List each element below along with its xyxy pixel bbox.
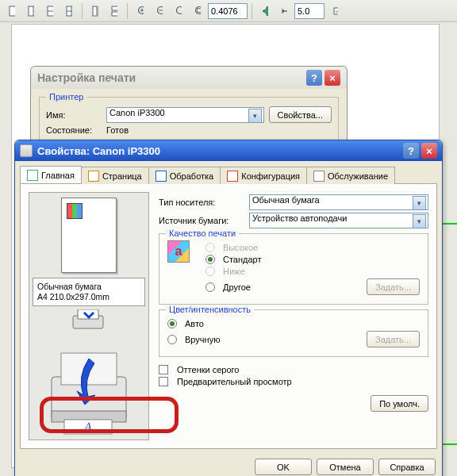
preview-label: Предварительный просмотр [177,377,292,386]
dimension-icon[interactable] [275,2,293,20]
close-button-icon[interactable]: × [421,143,437,159]
paper-source-combo[interactable]: Устройство автоподачи [249,213,428,228]
intensity-manual-radio[interactable] [167,335,177,344]
tab-process-label: Обработка [170,171,213,181]
svg-rect-0 [10,6,15,16]
tab-main-icon [27,170,38,181]
printer-icon [20,144,33,157]
intensity-fieldset: Цвет/интенсивность Авто Вручную Задать..… [159,309,428,357]
tab-process-icon [156,171,167,182]
dialog-button-row: OK Отмена Справка [15,454,442,476]
media-type-value: Обычная бумага [252,195,320,205]
intensity-manual-label: Вручную [185,335,220,344]
preview-checkbox[interactable] [159,377,168,386]
toolbar-separator [82,3,83,19]
quality-standard-radio[interactable] [205,255,215,264]
print-setup-title: Настройка печати [37,71,136,84]
preview-box: Обычная бумага A4 210.0x297.0mm A [29,192,149,440]
svg-rect-23 [198,8,202,12]
tab-process[interactable]: Обработка [148,167,221,184]
svg-rect-11 [112,12,117,16]
toolbar-separator [127,3,128,19]
paper-source-label: Источник бумаги: [159,216,244,225]
printer-status-value: Готов [106,125,129,135]
feed-small-icon [71,309,106,333]
tab-config-icon [227,171,238,182]
tool-btn-4[interactable] [60,2,78,20]
printer-name-value: Canon iP3300 [109,108,165,117]
tab-config[interactable]: Конфигурация [220,167,307,184]
quality-low-label: Ниже [223,267,245,276]
tab-page[interactable]: Страница [81,167,149,184]
paper-info-box: Обычная бумага A4 210.0x297.0mm [33,278,145,306]
zoom-in-icon[interactable] [132,2,149,20]
tab-main[interactable]: Главная [20,166,82,183]
media-type-label: Тип носителя: [159,198,244,207]
cancel-button[interactable]: Отмена [317,459,374,475]
zoom-out-icon[interactable] [151,2,168,20]
toggle-icon[interactable] [326,2,344,20]
quality-set-button: Задать... [367,278,420,295]
svg-rect-10 [112,6,117,10]
printer-properties-button[interactable]: Свойства... [269,106,332,123]
quality-other-label: Другое [223,282,251,292]
intensity-legend: Цвет/интенсивность [166,305,254,314]
greyscale-label: Оттенки серого [177,365,239,374]
quality-high-radio [205,243,215,252]
tool-btn-2[interactable] [22,2,40,20]
quality-standard-label: Стандарт [223,255,262,264]
media-type-combo[interactable]: Обычная бумага [249,194,428,210]
defaults-button[interactable]: По умолч. [371,395,428,412]
tool-btn-6[interactable] [106,2,123,20]
paper-info-size: A4 210.0x297.0mm [37,292,140,302]
properties-title: Свойства: Canon iP3300 [37,145,160,157]
quality-legend: Качество печати [166,228,239,238]
tab-page-icon [88,171,99,182]
paper-source-value: Устройство автоподачи [252,213,347,223]
greyscale-checkbox[interactable] [159,365,168,374]
print-setup-titlebar[interactable]: Настройка печати ? × [31,67,347,89]
tab-main-pane: Обычная бумага A4 210.0x297.0mm A [20,183,437,449]
help-button-icon[interactable]: ? [306,70,322,86]
intensity-auto-radio[interactable] [167,319,177,328]
printer-groupbox: Принтер Имя: Canon iP3300 Свойства... Со… [39,97,339,141]
printer-name-label: Имя: [46,110,102,120]
snap-value-input[interactable] [294,3,325,19]
help-button-icon[interactable]: ? [403,143,419,159]
help-button[interactable]: Справка [378,459,436,475]
toolbar-separator [252,3,252,19]
pan-tool-icon[interactable] [256,2,274,20]
tab-page-label: Страница [102,171,142,181]
tab-main-label: Главная [41,171,75,180]
tab-service[interactable]: Обслуживание [306,167,395,184]
properties-titlebar[interactable]: Свойства: Canon iP3300 ? × [15,140,442,161]
quality-low-radio [205,267,215,276]
quality-fieldset: Качество печати a Высокое Стандарт Ниже … [159,233,428,305]
quality-other-radio[interactable] [205,282,215,292]
zoom-window-icon[interactable] [170,2,187,20]
tab-service-label: Обслуживание [328,171,388,181]
tab-config-label: Конфигурация [241,171,300,181]
ok-button[interactable]: OK [255,459,312,475]
quality-high-label: Высокое [223,243,258,252]
printer-group-legend: Принтер [46,92,86,102]
svg-rect-8 [93,6,97,16]
tool-btn-3[interactable] [41,2,59,20]
zoom-value-input[interactable] [208,3,248,19]
page-thumbnail [61,198,117,273]
settings-column: Тип носителя: Обычная бумага Источник бу… [159,192,428,440]
close-button-icon[interactable]: × [325,70,340,86]
workspace: Настройка печати ? × Принтер Имя: Canon … [0,22,457,476]
printer-status-label: Состояние: [46,125,102,135]
tool-btn-5[interactable] [86,2,104,20]
svg-text:A: A [83,420,92,434]
intensity-auto-label: Авто [185,319,204,328]
paper-info-media: Обычная бумага [37,282,140,292]
app-toolbar [0,0,457,22]
printer-properties-dialog: Свойства: Canon iP3300 ? × Главная Стран… [14,140,443,476]
quality-preview-icon: a [167,240,190,263]
printer-name-combo[interactable]: Canon iP3300 [106,107,264,123]
zoom-fit-icon[interactable] [189,2,206,20]
tool-btn-1[interactable] [3,2,21,20]
intensity-set-button: Задать... [367,331,420,347]
